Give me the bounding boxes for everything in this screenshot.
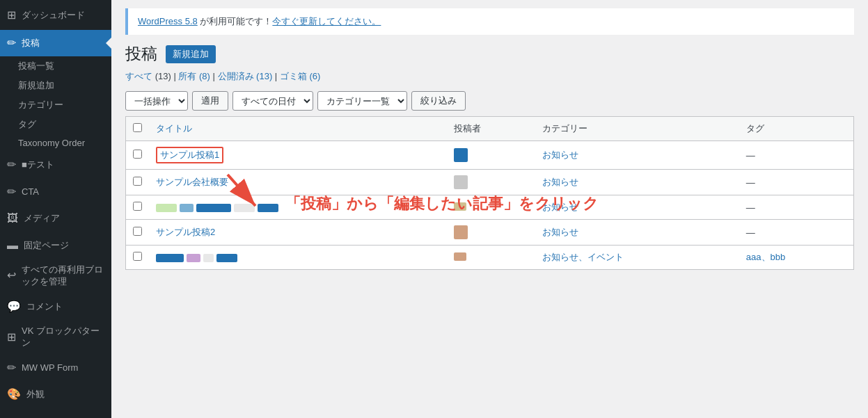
sidebar-sub-categories[interactable]: カテゴリー xyxy=(0,95,111,115)
sidebar-vk-label: VK ブロックパターン xyxy=(22,325,104,349)
sidebar-test-label: ■テスト xyxy=(22,159,54,171)
sidebar: ⊞ ダッシュボード ✏ 投稿 投稿一覧 新規追加 カテゴリー タグ Taxono… xyxy=(0,0,111,418)
col-title-link[interactable]: タイトル xyxy=(156,123,192,134)
sidebar-sub-posts-list[interactable]: 投稿一覧 xyxy=(0,56,111,76)
blurred-title-block xyxy=(187,254,200,262)
table-row: サンプル投稿2お知らせ— xyxy=(126,220,854,246)
page-title: 投稿 xyxy=(125,43,157,65)
category-link[interactable]: お知らせ、イベント xyxy=(542,252,624,262)
author-avatar xyxy=(454,225,468,239)
category-link[interactable]: お知らせ xyxy=(542,202,578,212)
appearance-icon: 🎨 xyxy=(7,387,21,402)
blurred-title-block xyxy=(196,204,231,212)
blurred-author xyxy=(454,252,466,261)
col-tags-header: タグ xyxy=(739,117,854,141)
tags-cell: — xyxy=(739,195,854,220)
tags-cell: — xyxy=(739,220,854,246)
tags-cell: aaa、bbb xyxy=(739,246,854,270)
table-row: お知らせ— xyxy=(126,195,854,220)
sidebar-item-pages[interactable]: ▬ 固定ページ xyxy=(0,232,111,259)
page-header: 投稿 新規追加 xyxy=(111,35,868,70)
category-link[interactable]: お知らせ xyxy=(542,150,578,160)
sidebar-comments-label: コメント xyxy=(26,300,63,313)
sidebar-item-dashboard[interactable]: ⊞ ダッシュボード xyxy=(0,0,111,30)
sidebar-item-reusable[interactable]: ↩ すべての再利用ブロックを管理 xyxy=(0,259,111,294)
tags-cell: — xyxy=(739,170,854,195)
tags-cell: — xyxy=(739,141,854,170)
row-checkbox[interactable] xyxy=(133,227,142,236)
bulk-action-select[interactable]: 一括操作 xyxy=(125,91,188,111)
author-avatar xyxy=(454,175,468,189)
filter-mine[interactable]: 所有 (8) xyxy=(178,71,210,81)
sidebar-item-test[interactable]: ✏ ■テスト xyxy=(0,152,111,178)
post-title-link[interactable]: サンプル会社概要 xyxy=(156,177,228,187)
dashboard-icon: ⊞ xyxy=(7,8,16,22)
sidebar-item-mwwp[interactable]: ✏ MW WP Form xyxy=(0,355,111,381)
filter-all[interactable]: すべて xyxy=(125,71,152,81)
apply-button[interactable] xyxy=(192,91,228,111)
notice-update-link[interactable]: 今すぐ更新してください。 xyxy=(272,16,381,26)
row-checkbox[interactable] xyxy=(133,252,142,261)
sidebar-posts-label: 投稿 xyxy=(22,37,40,49)
table-row: サンプル投稿1お知らせ— xyxy=(126,141,854,170)
blurred-title-block xyxy=(216,254,237,262)
category-link[interactable]: お知らせ xyxy=(542,177,578,187)
cta-icon: ✏ xyxy=(7,184,16,200)
blurred-title-block xyxy=(180,204,194,212)
sidebar-appearance-label: 外観 xyxy=(26,388,45,401)
posts-icon: ✏ xyxy=(7,35,16,51)
filter-trash[interactable]: ゴミ箱 (6) xyxy=(280,71,321,81)
add-new-button[interactable]: 新規追加 xyxy=(166,45,216,63)
col-author-header: 投稿者 xyxy=(447,117,535,141)
col-checkbox xyxy=(126,117,150,141)
sidebar-sub-add-new[interactable]: 新規追加 xyxy=(0,76,111,95)
blurred-title-block xyxy=(258,204,278,212)
blurred-author xyxy=(454,202,466,211)
col-title-header[interactable]: タイトル xyxy=(149,117,447,141)
blurred-title-block xyxy=(203,254,214,262)
row-checkbox[interactable] xyxy=(133,150,142,159)
row-checkbox[interactable] xyxy=(133,202,142,211)
category-link[interactable]: お知らせ xyxy=(542,227,578,237)
notice-bar: WordPress 5.8 が利用可能です！今すぐ更新してください。 xyxy=(125,8,854,35)
post-title-link[interactable]: サンプル投稿1 xyxy=(160,150,219,160)
sidebar-item-comments[interactable]: 💬 コメント xyxy=(0,294,111,320)
vk-icon: ⊞ xyxy=(7,330,16,345)
post-title-link[interactable]: サンプル投稿2 xyxy=(156,227,215,237)
filter-published[interactable]: 公開済み (13) xyxy=(218,71,273,81)
select-all-checkbox[interactable] xyxy=(133,123,142,132)
sidebar-item-media[interactable]: 🖼 メディア xyxy=(0,205,111,232)
sidebar-pages-label: 固定ページ xyxy=(24,239,69,252)
filter-button[interactable] xyxy=(411,91,466,111)
category-filter-select[interactable]: カテゴリー一覧 xyxy=(317,91,407,111)
author-avatar xyxy=(454,148,468,162)
table-row: お知らせ、イベントaaa、bbb xyxy=(126,246,854,270)
blurred-title-block xyxy=(156,254,184,262)
col-category-header: カテゴリー xyxy=(535,117,739,141)
sidebar-dashboard-label: ダッシュボード xyxy=(22,9,85,22)
sidebar-media-label: メディア xyxy=(24,212,60,225)
test-icon: ✏ xyxy=(7,157,16,172)
pages-icon: ▬ xyxy=(7,238,18,253)
reusable-icon: ↩ xyxy=(7,268,16,283)
filter-links: すべて (13) | 所有 (8) | 公開済み (13) | ゴミ箱 (6) xyxy=(111,70,868,88)
media-icon: 🖼 xyxy=(7,211,18,226)
sidebar-reusable-label: すべての再利用ブロックを管理 xyxy=(22,264,104,288)
main-content: WordPress 5.8 が利用可能です！今すぐ更新してください。 投稿 新規… xyxy=(111,0,868,418)
sidebar-mwwp-label: MW WP Form xyxy=(22,362,78,374)
blurred-title-block xyxy=(156,204,177,212)
sidebar-item-cta[interactable]: ✏ CTA xyxy=(0,179,111,205)
sidebar-sub-tags[interactable]: タグ xyxy=(0,115,111,134)
date-filter-select[interactable]: すべての日付 xyxy=(232,91,313,111)
table-toolbar: 一括操作 すべての日付 カテゴリー一覧 xyxy=(111,88,868,116)
mwwp-icon: ✏ xyxy=(7,360,16,376)
row-checkbox[interactable] xyxy=(133,177,142,186)
sidebar-sub-taxonomy-order[interactable]: Taxonomy Order xyxy=(0,134,111,152)
sidebar-item-posts[interactable]: ✏ 投稿 xyxy=(0,30,111,56)
table-row: サンプル会社概要お知らせ— xyxy=(126,170,854,195)
posts-table: タイトル 投稿者 カテゴリー タグ サンプル投稿1お知らせ—サンプル会社概要お知… xyxy=(125,116,854,270)
sidebar-cta-label: CTA xyxy=(22,186,39,198)
sidebar-item-vk-blocks[interactable]: ⊞ VK ブロックパターン xyxy=(0,320,111,355)
notice-wp-link[interactable]: WordPress 5.8 xyxy=(138,16,198,26)
sidebar-item-appearance[interactable]: 🎨 外観 xyxy=(0,381,111,408)
